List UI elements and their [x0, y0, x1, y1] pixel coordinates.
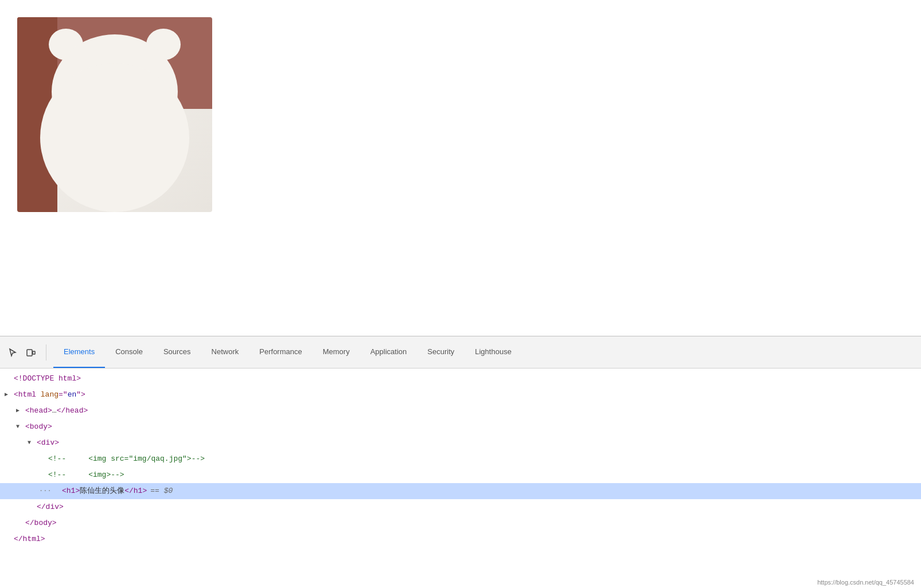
line-body-open[interactable]: ▼ <body> [0, 419, 921, 435]
line-doctype[interactable]: <!DOCTYPE html> [0, 371, 921, 387]
line-div-open[interactable]: ▼ <div> [0, 435, 921, 451]
line-html-close[interactable]: </html> [0, 531, 921, 547]
elements-panel-content: <!DOCTYPE html> ▶ <html lang="en"> ▶ <he… [0, 369, 921, 588]
device-icon[interactable] [23, 344, 39, 360]
tab-security[interactable]: Security [417, 336, 465, 368]
svg-rect-0 [27, 350, 32, 356]
svg-rect-1 [33, 351, 35, 354]
bottom-url: https://blog.csdn.net/qq_45745584 [817, 579, 914, 586]
tab-console[interactable]: Console [105, 336, 153, 368]
tab-application[interactable]: Application [360, 336, 417, 368]
devtools-panel: Elements Console Sources Network Perform… [0, 336, 921, 588]
bear-image [17, 17, 212, 212]
tab-memory[interactable]: Memory [313, 336, 360, 368]
line-head[interactable]: ▶ <head>…</head> [0, 403, 921, 419]
line-h1[interactable]: ··· <h1>陈仙生的头像</h1> == $0 [0, 483, 921, 499]
devtools-tabs: Elements Console Sources Network Perform… [53, 336, 522, 368]
tab-lighthouse[interactable]: Lighthouse [465, 336, 522, 368]
tab-elements[interactable]: Elements [53, 336, 105, 368]
line-comment2[interactable]: <!-- <img>--> [0, 467, 921, 483]
line-body-close[interactable]: </body> [0, 515, 921, 531]
cursor-icon[interactable] [5, 344, 21, 360]
tab-network[interactable]: Network [201, 336, 249, 368]
line-comment1[interactable]: <!-- <img src="img/qaq.jpg">--> [0, 451, 921, 467]
devtools-toolbar: Elements Console Sources Network Perform… [0, 336, 921, 369]
line-html-open[interactable]: ▶ <html lang="en"> [0, 387, 921, 403]
tab-performance[interactable]: Performance [249, 336, 312, 368]
tab-sources[interactable]: Sources [153, 336, 201, 368]
toolbar-icons [5, 344, 46, 360]
line-div-close[interactable]: </div> [0, 499, 921, 515]
page-content [0, 0, 921, 321]
